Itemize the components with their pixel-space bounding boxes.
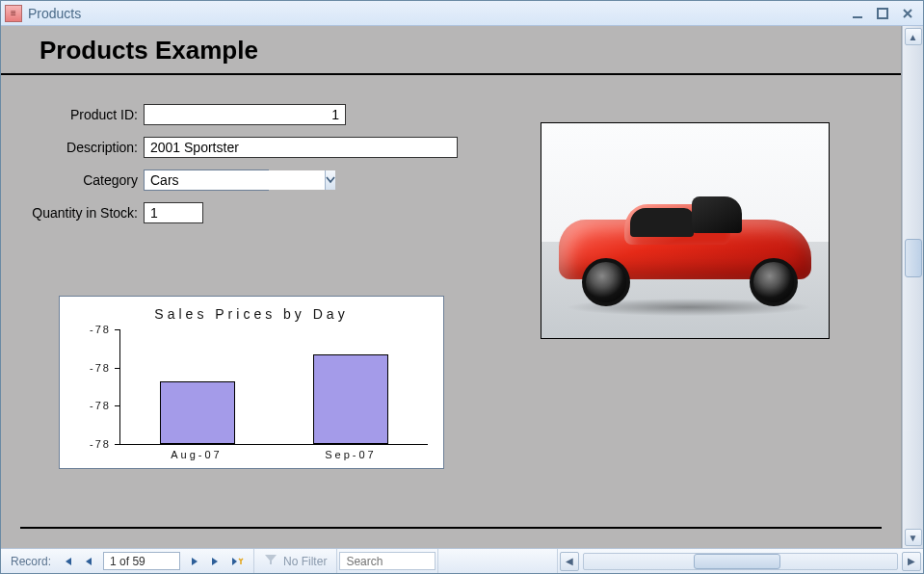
- quantity-input[interactable]: [144, 202, 203, 223]
- record-label: Record:: [7, 555, 51, 568]
- svg-rect-0: [853, 16, 862, 18]
- hscroll-thumb[interactable]: [694, 554, 780, 569]
- chart-title: Sales Prices by Day: [75, 306, 428, 322]
- app-icon: ≡: [5, 5, 22, 22]
- next-record-button[interactable]: [185, 552, 204, 571]
- window-titlebar: ≡ Products: [1, 1, 923, 26]
- form-header: Products Example: [1, 26, 901, 75]
- svg-rect-1: [878, 9, 887, 18]
- chart-bar: [313, 354, 388, 444]
- scroll-up-icon[interactable]: ▲: [905, 28, 922, 45]
- prev-record-button[interactable]: [79, 552, 98, 571]
- record-position-input[interactable]: [103, 552, 180, 570]
- form-area: Products Example Product ID: Description…: [1, 26, 902, 548]
- record-navigator: Record: No Filter ◀ ▶: [1, 548, 923, 573]
- scroll-down-icon[interactable]: ▼: [905, 529, 922, 546]
- last-record-button[interactable]: [206, 552, 225, 571]
- form-footer-rule: [20, 527, 882, 529]
- vertical-scrollbar[interactable]: ▲ ▼: [902, 26, 923, 548]
- chevron-down-icon[interactable]: [325, 170, 335, 190]
- category-label: Category: [30, 172, 144, 188]
- maximize-button[interactable]: [871, 5, 894, 22]
- chart-x-label: Aug-07: [119, 445, 274, 460]
- filter-indicator[interactable]: No Filter: [254, 549, 337, 573]
- new-record-button[interactable]: [227, 552, 247, 571]
- scroll-thumb[interactable]: [905, 239, 922, 277]
- category-combobox[interactable]: [144, 170, 269, 191]
- minimize-button[interactable]: [846, 5, 869, 22]
- close-button[interactable]: [896, 5, 919, 22]
- product-id-label: Product ID:: [30, 107, 144, 122]
- chart-x-label: Sep-07: [274, 445, 428, 460]
- scroll-track[interactable]: [905, 47, 922, 527]
- window-title: Products: [28, 6, 844, 21]
- category-input[interactable]: [145, 170, 325, 190]
- scroll-left-icon[interactable]: ◀: [560, 552, 579, 571]
- funnel-icon: [264, 553, 277, 569]
- scroll-right-icon[interactable]: ▶: [902, 552, 921, 571]
- description-label: Description:: [30, 140, 144, 155]
- chart-bar: [160, 381, 235, 444]
- description-input[interactable]: [144, 137, 458, 158]
- horizontal-scrollbar[interactable]: ◀ ▶: [557, 549, 923, 573]
- page-title: Products Example: [40, 36, 872, 65]
- filter-label: No Filter: [283, 555, 327, 568]
- search-input[interactable]: [339, 552, 436, 570]
- sales-chart: Sales Prices by Day -78-78-78-78 Aug-07S…: [59, 296, 444, 469]
- product-id-input[interactable]: [144, 104, 346, 125]
- first-record-button[interactable]: [58, 552, 77, 571]
- quantity-label: Quantity in Stock:: [30, 205, 144, 221]
- hscroll-track[interactable]: [583, 553, 898, 570]
- product-image: [541, 122, 830, 339]
